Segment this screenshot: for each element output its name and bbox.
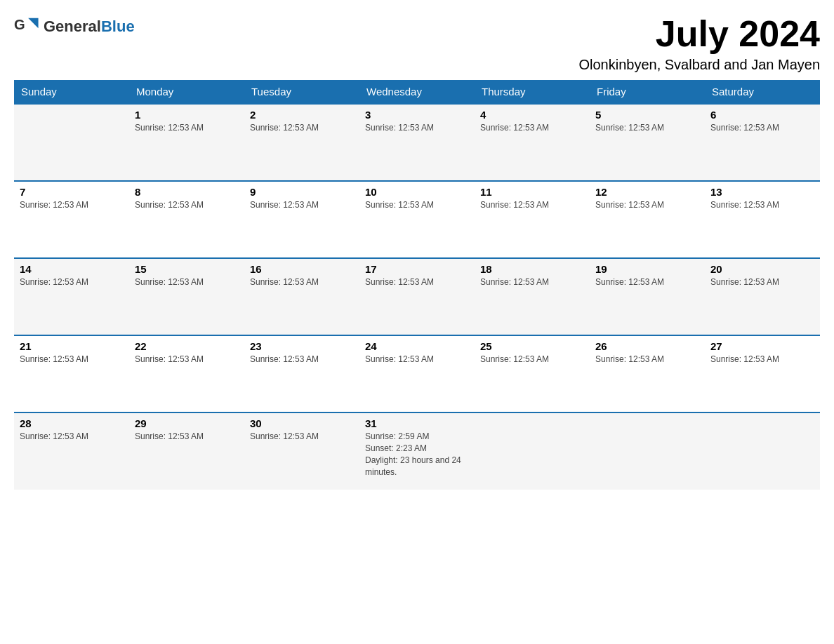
weekday-header-tuesday: Tuesday (244, 80, 359, 104)
calendar-header: SundayMondayTuesdayWednesdayThursdayFrid… (14, 80, 820, 104)
day-info: Sunrise: 12:53 AM (135, 276, 239, 288)
day-number: 19 (595, 263, 699, 275)
day-info: Sunrise: 12:53 AM (250, 431, 354, 443)
day-number: 10 (365, 186, 469, 198)
day-info: Sunrise: 12:53 AM (135, 122, 239, 134)
day-number: 22 (135, 340, 239, 352)
day-info: Sunrise: 12:53 AM (20, 431, 124, 443)
calendar-cell: 19Sunrise: 12:53 AM (590, 258, 705, 335)
day-number: 3 (365, 109, 469, 121)
day-number: 12 (595, 186, 699, 198)
calendar-cell: 10Sunrise: 12:53 AM (359, 181, 475, 258)
day-number: 7 (20, 186, 124, 198)
day-number: 13 (710, 186, 814, 198)
month-title: July 2024 (578, 14, 820, 54)
calendar-cell: 28Sunrise: 12:53 AM (14, 412, 129, 490)
day-number: 18 (480, 263, 584, 275)
calendar-cell: 8Sunrise: 12:53 AM (129, 181, 244, 258)
svg-text:G: G (14, 17, 25, 32)
day-number: 15 (135, 263, 239, 275)
day-number: 31 (365, 417, 469, 429)
calendar-cell: 23Sunrise: 12:53 AM (244, 335, 359, 412)
day-number: 26 (595, 340, 699, 352)
calendar-cell: 4Sunrise: 12:53 AM (475, 104, 590, 181)
day-info: Sunrise: 2:59 AMSunset: 2:23 AMDaylight:… (365, 431, 469, 478)
day-number: 5 (595, 109, 699, 121)
calendar-week-row: 14Sunrise: 12:53 AM15Sunrise: 12:53 AM16… (14, 258, 820, 335)
title-block: July 2024 Olonkinbyen, Svalbard and Jan … (578, 14, 820, 73)
day-number: 30 (250, 417, 354, 429)
weekday-header-row: SundayMondayTuesdayWednesdayThursdayFrid… (14, 80, 820, 104)
day-info: Sunrise: 12:53 AM (365, 122, 469, 134)
calendar-cell (705, 412, 820, 490)
weekday-header-wednesday: Wednesday (359, 80, 475, 104)
day-number: 6 (710, 109, 814, 121)
calendar-cell: 13Sunrise: 12:53 AM (705, 181, 820, 258)
calendar-cell: 11Sunrise: 12:53 AM (475, 181, 590, 258)
day-info: Sunrise: 12:53 AM (135, 199, 239, 211)
day-number: 29 (135, 417, 239, 429)
logo: G GeneralBlue (14, 14, 135, 39)
day-info: Sunrise: 12:53 AM (595, 199, 699, 211)
day-number: 23 (250, 340, 354, 352)
calendar-cell: 22Sunrise: 12:53 AM (129, 335, 244, 412)
day-info: Sunrise: 12:53 AM (595, 122, 699, 134)
logo-text-general: General (44, 18, 101, 35)
calendar-body: 1Sunrise: 12:53 AM2Sunrise: 12:53 AM3Sun… (14, 104, 820, 490)
calendar-cell (475, 412, 590, 490)
day-info: Sunrise: 12:53 AM (20, 276, 124, 288)
calendar-table: SundayMondayTuesdayWednesdayThursdayFrid… (14, 80, 820, 490)
location-title: Olonkinbyen, Svalbard and Jan Mayen (578, 57, 820, 73)
calendar-cell: 3Sunrise: 12:53 AM (359, 104, 475, 181)
day-info: Sunrise: 12:53 AM (365, 199, 469, 211)
day-info: Sunrise: 12:53 AM (480, 354, 584, 365)
calendar-cell: 21Sunrise: 12:53 AM (14, 335, 129, 412)
day-number: 21 (20, 340, 124, 352)
day-info: Sunrise: 12:53 AM (710, 199, 814, 211)
day-number: 28 (20, 417, 124, 429)
calendar-cell: 15Sunrise: 12:53 AM (129, 258, 244, 335)
day-number: 16 (250, 263, 354, 275)
day-info: Sunrise: 12:53 AM (250, 276, 354, 288)
calendar-cell: 30Sunrise: 12:53 AM (244, 412, 359, 490)
logo-text-blue: Blue (101, 18, 135, 35)
calendar-cell: 18Sunrise: 12:53 AM (475, 258, 590, 335)
calendar-week-row: 28Sunrise: 12:53 AM29Sunrise: 12:53 AM30… (14, 412, 820, 490)
svg-marker-1 (28, 18, 38, 28)
day-number: 27 (710, 340, 814, 352)
calendar-cell (14, 104, 129, 181)
day-info: Sunrise: 12:53 AM (480, 122, 584, 134)
page-header: G GeneralBlue July 2024 Olonkinbyen, Sva… (14, 14, 820, 73)
day-number: 9 (250, 186, 354, 198)
weekday-header-saturday: Saturday (705, 80, 820, 104)
calendar-cell: 24Sunrise: 12:53 AM (359, 335, 475, 412)
day-info: Sunrise: 12:53 AM (710, 122, 814, 134)
day-number: 14 (20, 263, 124, 275)
day-info: Sunrise: 12:53 AM (250, 354, 354, 365)
day-number: 8 (135, 186, 239, 198)
day-info: Sunrise: 12:53 AM (365, 354, 469, 365)
calendar-cell: 25Sunrise: 12:53 AM (475, 335, 590, 412)
calendar-cell: 1Sunrise: 12:53 AM (129, 104, 244, 181)
calendar-cell: 5Sunrise: 12:53 AM (590, 104, 705, 181)
calendar-cell: 17Sunrise: 12:53 AM (359, 258, 475, 335)
calendar-cell: 16Sunrise: 12:53 AM (244, 258, 359, 335)
day-number: 17 (365, 263, 469, 275)
day-info: Sunrise: 12:53 AM (250, 199, 354, 211)
day-info: Sunrise: 12:53 AM (710, 354, 814, 365)
day-number: 24 (365, 340, 469, 352)
calendar-cell: 26Sunrise: 12:53 AM (590, 335, 705, 412)
day-info: Sunrise: 12:53 AM (365, 276, 469, 288)
day-number: 2 (250, 109, 354, 121)
calendar-cell: 12Sunrise: 12:53 AM (590, 181, 705, 258)
calendar-cell: 31Sunrise: 2:59 AMSunset: 2:23 AMDayligh… (359, 412, 475, 490)
day-info: Sunrise: 12:53 AM (710, 276, 814, 288)
calendar-cell (590, 412, 705, 490)
weekday-header-thursday: Thursday (475, 80, 590, 104)
day-info: Sunrise: 12:53 AM (250, 122, 354, 134)
day-number: 25 (480, 340, 584, 352)
calendar-week-row: 1Sunrise: 12:53 AM2Sunrise: 12:53 AM3Sun… (14, 104, 820, 181)
calendar-cell: 2Sunrise: 12:53 AM (244, 104, 359, 181)
day-info: Sunrise: 12:53 AM (20, 199, 124, 211)
day-info: Sunrise: 12:53 AM (595, 276, 699, 288)
